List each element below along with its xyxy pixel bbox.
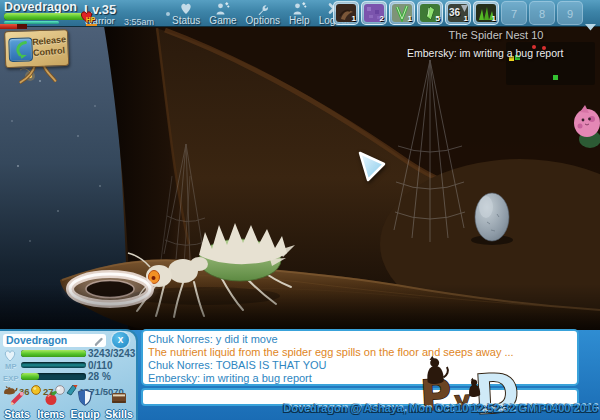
game-window: The Spider Nest 10 Embersky: im writing … bbox=[0, 0, 600, 420]
slot-number: 8 bbox=[530, 2, 554, 24]
inventory-slot-4[interactable]: 5 bbox=[417, 1, 443, 25]
skills-label: Skills bbox=[103, 409, 135, 419]
items-label: Items bbox=[35, 409, 67, 419]
inventory-slot-7[interactable]: 7 bbox=[501, 1, 527, 25]
game-cursor bbox=[357, 150, 387, 188]
hp-value: 3243/3243 bbox=[88, 348, 135, 359]
inventory-slot-1[interactable]: 1 bbox=[333, 1, 359, 25]
items-button[interactable]: Items bbox=[35, 389, 67, 419]
chevron-down-icon bbox=[585, 23, 596, 31]
inventory-slot-6[interactable]: 1 bbox=[473, 1, 499, 25]
hotbar-expand-button[interactable] bbox=[585, 17, 596, 35]
release-arrow-icon bbox=[8, 37, 33, 62]
hud-clock: 3:55am bbox=[124, 17, 154, 27]
wrench-icon bbox=[256, 2, 270, 15]
slot-number: 7 bbox=[502, 2, 526, 24]
hp-heart-icon-panel bbox=[3, 349, 17, 362]
sign-line2: Control bbox=[33, 45, 68, 59]
hp-heart-icon: HP bbox=[79, 9, 94, 27]
help-button[interactable]: Help bbox=[289, 2, 310, 26]
panel-name-field[interactable]: Dovedragon bbox=[3, 334, 106, 347]
hp-badge-label: HP bbox=[86, 16, 95, 23]
apple-icon bbox=[42, 389, 60, 406]
hud-player-name: Dovedragon bbox=[4, 0, 77, 14]
exp-bar bbox=[21, 373, 86, 380]
slot-number: 9 bbox=[558, 2, 582, 24]
pencil-icon bbox=[8, 389, 26, 406]
sack-quantity: 36 bbox=[449, 7, 460, 18]
enemy-hp-bar bbox=[0, 24, 27, 29]
sign-text: Release Control bbox=[32, 34, 68, 59]
player-stats-panel: Dovedragon x 3243/3243 MP 0/110 EXP 28 %… bbox=[0, 329, 138, 420]
panel-player-name: Dovedragon bbox=[6, 334, 67, 346]
top-hud-bar: Dovedragon HP Lv.35 Warrior 3:55am Statu… bbox=[0, 0, 600, 27]
player-icon bbox=[215, 2, 230, 15]
slot-count: 5 bbox=[436, 15, 440, 23]
mp-label: MP bbox=[5, 362, 17, 371]
overlay-chat-message: Embersky: im writing a bug report bbox=[407, 47, 563, 59]
status-button[interactable]: Status bbox=[172, 2, 200, 26]
equip-label: Equip bbox=[69, 409, 101, 419]
inventory-slot-9[interactable]: 9 bbox=[557, 1, 583, 25]
sign-board: Release Control bbox=[4, 29, 69, 68]
location-title: The Spider Nest 10 bbox=[400, 29, 592, 41]
hud-menu: Status Game Options Help Logout bbox=[172, 2, 349, 26]
panel-close-button[interactable]: x bbox=[112, 332, 129, 348]
skills-button[interactable]: Skills bbox=[103, 389, 135, 419]
heart-icon bbox=[179, 2, 193, 15]
mp-value: 0/110 bbox=[88, 360, 112, 371]
stats-label: Stats bbox=[1, 409, 33, 419]
stats-button[interactable]: Stats bbox=[1, 389, 33, 419]
equip-button[interactable]: Equip bbox=[69, 389, 101, 419]
game-label: Game bbox=[209, 16, 236, 26]
mp-bar bbox=[21, 362, 86, 368]
hp-bar bbox=[21, 350, 86, 357]
slot-count: 2 bbox=[380, 15, 384, 23]
options-button[interactable]: Options bbox=[246, 2, 280, 26]
status-label: Status bbox=[172, 16, 200, 26]
chat-message: Chuk Norres: y did it move bbox=[148, 333, 572, 346]
inventory-hotbar: 1 2 1 5 36 1 1 7 8 bbox=[333, 1, 583, 25]
game-button[interactable]: Game bbox=[209, 2, 236, 26]
status-bar: Dovedragon @ Ashaya, Mon Oct 10 12:52:32… bbox=[283, 402, 598, 414]
inventory-slot-8[interactable]: 8 bbox=[529, 1, 555, 25]
game-viewport[interactable]: The Spider Nest 10 Embersky: im writing … bbox=[0, 26, 600, 330]
close-x-label: x bbox=[118, 334, 124, 345]
menu-separator-dot bbox=[166, 12, 170, 16]
slot-count: 1 bbox=[352, 15, 356, 23]
exp-value: 28 % bbox=[88, 371, 111, 382]
slot-count: 1 bbox=[408, 15, 412, 23]
inventory-slot-2[interactable]: 2 bbox=[361, 1, 387, 25]
book-icon bbox=[110, 389, 128, 406]
scene-vignette bbox=[0, 284, 600, 330]
inventory-slot-3[interactable]: 1 bbox=[389, 1, 415, 25]
minimap-ally-marker bbox=[553, 75, 558, 80]
panel-buttons: Stats Items Equip Skills bbox=[0, 389, 136, 419]
edit-pencil-icon bbox=[93, 335, 105, 347]
help-label: Help bbox=[289, 16, 310, 26]
options-label: Options bbox=[246, 16, 280, 26]
release-control-sign[interactable]: Release Control bbox=[4, 29, 76, 89]
slot-count: 1 bbox=[464, 15, 468, 23]
exp-label: EXP bbox=[3, 374, 19, 383]
hud-hp-bar bbox=[4, 13, 89, 20]
helper-icon bbox=[292, 2, 307, 15]
slot-count: 1 bbox=[492, 15, 496, 23]
inventory-slot-5[interactable]: 36 1 bbox=[445, 1, 471, 25]
shield-icon bbox=[76, 389, 94, 406]
